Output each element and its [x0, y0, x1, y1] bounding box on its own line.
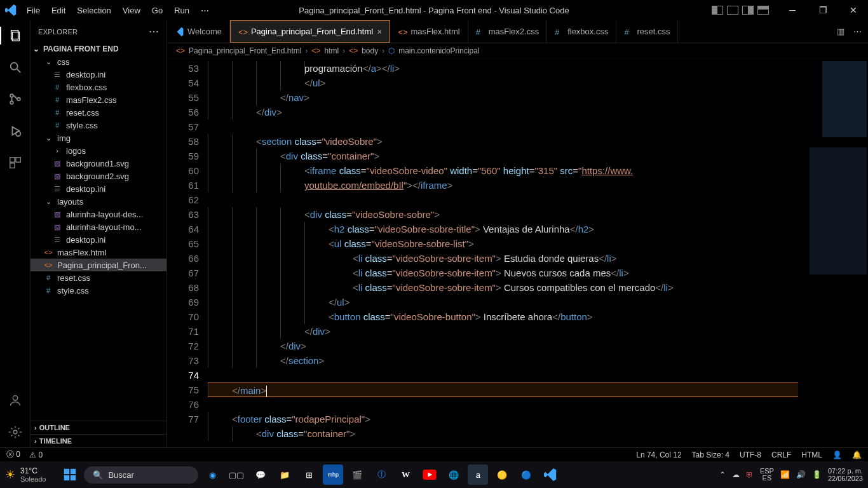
- taskbar-explorer-icon[interactable]: 📁: [275, 464, 295, 485]
- taskbar-youtube-icon[interactable]: [419, 464, 440, 485]
- project-section[interactable]: ⌄ PAGINA FRONT END: [31, 43, 166, 55]
- tree-folder[interactable]: ›logos: [31, 144, 166, 157]
- tree-file[interactable]: ☰desktop.ini: [31, 68, 166, 81]
- svg-rect-15: [71, 469, 76, 474]
- tree-file[interactable]: #reset.css: [31, 271, 166, 284]
- code-area[interactable]: 5354555657585960616263646566676869707172…: [167, 58, 868, 447]
- menu-selection[interactable]: Selection: [72, 3, 116, 18]
- status-encoding[interactable]: UTF-8: [740, 451, 761, 459]
- taskbar-search[interactable]: 🔍Buscar: [84, 466, 198, 484]
- taskbar-taskview-icon[interactable]: ▢▢: [226, 464, 247, 485]
- taskbar-amazon-icon[interactable]: a: [468, 464, 488, 485]
- status-ln-col[interactable]: Ln 74, Col 12: [636, 451, 681, 459]
- tree-file[interactable]: ▧alurinha-layout-mo...: [31, 220, 166, 233]
- tree-file[interactable]: #style.css: [31, 119, 166, 132]
- tree-file[interactable]: ☰desktop.ini: [31, 233, 166, 246]
- layout-presets[interactable]: [712, 6, 769, 15]
- breadcrumb-part[interactable]: html: [324, 46, 339, 55]
- taskbar-store-icon[interactable]: ⊞: [299, 464, 319, 485]
- status-eol[interactable]: CRLF: [771, 451, 791, 459]
- start-button[interactable]: [60, 464, 80, 485]
- explorer-header: EXPLORER ⋯: [31, 20, 166, 43]
- outline-section[interactable]: ›OUTLINE: [31, 421, 166, 434]
- tree-file[interactable]: #flexbox.css: [31, 81, 166, 93]
- activity-explorer-icon[interactable]: [0, 27, 31, 44]
- taskbar-app-icon[interactable]: mhp: [323, 464, 343, 485]
- activity-scm-icon[interactable]: [0, 90, 31, 108]
- status-tab-size[interactable]: Tab Size: 4: [692, 451, 729, 459]
- close-icon[interactable]: ×: [377, 27, 382, 37]
- activity-search-icon[interactable]: [0, 58, 31, 76]
- editor-tab[interactable]: <>masFlex.html: [390, 20, 468, 43]
- taskbar-wikipedia-icon[interactable]: W: [395, 464, 416, 485]
- tree-file[interactable]: #reset.css: [31, 106, 166, 119]
- taskbar-clipchamp-icon[interactable]: 🎬: [347, 464, 367, 485]
- tray-onedrive-icon[interactable]: ☁: [732, 470, 740, 479]
- status-warnings[interactable]: ⚠ 0: [29, 451, 43, 459]
- window-maximize[interactable]: ❐: [808, 0, 837, 20]
- menu-run[interactable]: Run: [169, 3, 194, 18]
- editor-tab[interactable]: <>Pagina_principal_Front_End.html×: [230, 20, 390, 43]
- tree-file[interactable]: #style.css: [31, 284, 166, 297]
- breadcrumb[interactable]: <> Pagina_principal_Front_End.html › <> …: [167, 43, 868, 58]
- menu-go[interactable]: Go: [147, 3, 168, 18]
- explorer-menu-icon[interactable]: ⋯: [149, 25, 159, 37]
- tree-file[interactable]: #masFlex2.css: [31, 93, 166, 106]
- tree-folder[interactable]: ⌄layouts: [31, 195, 166, 208]
- tree-folder[interactable]: ⌄img: [31, 132, 166, 144]
- editor-tab[interactable]: Welcome: [167, 20, 230, 43]
- status-bell-icon[interactable]: 🔔: [852, 451, 862, 459]
- activity-account-icon[interactable]: [0, 391, 31, 409]
- tree-file[interactable]: <>Pagina_principal_Fron...: [31, 259, 166, 271]
- breadcrumb-file[interactable]: Pagina_principal_Front_End.html: [189, 46, 301, 55]
- breadcrumb-part[interactable]: body: [362, 46, 378, 55]
- layout-icon[interactable]: [727, 6, 738, 15]
- tree-file[interactable]: <>masFlex.html: [31, 246, 166, 259]
- status-feedback-icon[interactable]: 👤: [832, 451, 842, 459]
- tray-security-icon[interactable]: ⛨: [746, 470, 754, 479]
- file-html-icon: <>: [176, 46, 185, 55]
- menu-file[interactable]: File: [22, 3, 45, 18]
- status-errors[interactable]: ⓧ 0: [6, 449, 20, 460]
- split-editor-icon[interactable]: ▥: [837, 27, 844, 36]
- tree-folder[interactable]: ⌄css: [31, 55, 166, 68]
- menu-edit[interactable]: Edit: [46, 3, 71, 18]
- taskbar-chrome2-icon[interactable]: 🔵: [516, 464, 536, 485]
- taskbar-bing-icon[interactable]: ◉: [202, 464, 222, 485]
- code-content[interactable]: programación</a></li></ul></nav></div><s…: [208, 58, 798, 447]
- taskbar-vscode-icon[interactable]: [540, 464, 560, 485]
- tree-file[interactable]: ▧alurinha-layout-des...: [31, 208, 166, 220]
- menu-overflow-icon[interactable]: ⋯: [196, 3, 214, 18]
- tray-battery-icon[interactable]: 🔋: [812, 470, 822, 479]
- timeline-section[interactable]: ›TIMELINE: [31, 434, 166, 447]
- taskbar-facebook-icon[interactable]: ⓕ: [371, 464, 391, 485]
- activity-extensions-icon[interactable]: [0, 154, 31, 172]
- minimap[interactable]: [798, 58, 868, 447]
- tray-clock[interactable]: 07:22 p. m.22/06/2023: [828, 467, 863, 482]
- layout-icon[interactable]: [742, 6, 754, 15]
- more-icon[interactable]: ⋯: [853, 27, 862, 36]
- taskbar-chrome-icon[interactable]: 🟡: [492, 464, 512, 485]
- tray-volume-icon[interactable]: 🔊: [796, 470, 806, 479]
- status-language[interactable]: HTML: [801, 451, 822, 459]
- tray-language[interactable]: ESPES: [760, 468, 774, 482]
- activity-debug-icon[interactable]: [0, 122, 31, 140]
- menu-view[interactable]: View: [118, 3, 146, 18]
- breadcrumb-part[interactable]: main.contenidoPrincipal: [398, 46, 479, 55]
- activity-settings-icon[interactable]: [0, 423, 31, 441]
- tree-file[interactable]: ▧background2.svg: [31, 170, 166, 182]
- editor-tab[interactable]: #flexbox.css: [547, 20, 616, 43]
- tree-file[interactable]: ☰desktop.ini: [31, 182, 166, 195]
- window-close[interactable]: ✕: [839, 0, 868, 20]
- layout-icon[interactable]: [712, 6, 723, 15]
- layout-icon[interactable]: [757, 6, 769, 15]
- editor-tab[interactable]: #reset.css: [616, 20, 678, 43]
- taskbar-weather[interactable]: ☀ 31°CSoleado: [5, 466, 46, 483]
- tree-file[interactable]: ▧background1.svg: [31, 157, 166, 170]
- window-minimize[interactable]: ─: [778, 0, 807, 20]
- tray-chevron-icon[interactable]: ⌃: [719, 470, 726, 479]
- taskbar-edge-icon[interactable]: 🌐: [444, 464, 464, 485]
- editor-tab[interactable]: #masFlex2.css: [468, 20, 547, 43]
- taskbar-chat-icon[interactable]: 💬: [250, 464, 271, 485]
- tray-wifi-icon[interactable]: 📶: [780, 470, 790, 479]
